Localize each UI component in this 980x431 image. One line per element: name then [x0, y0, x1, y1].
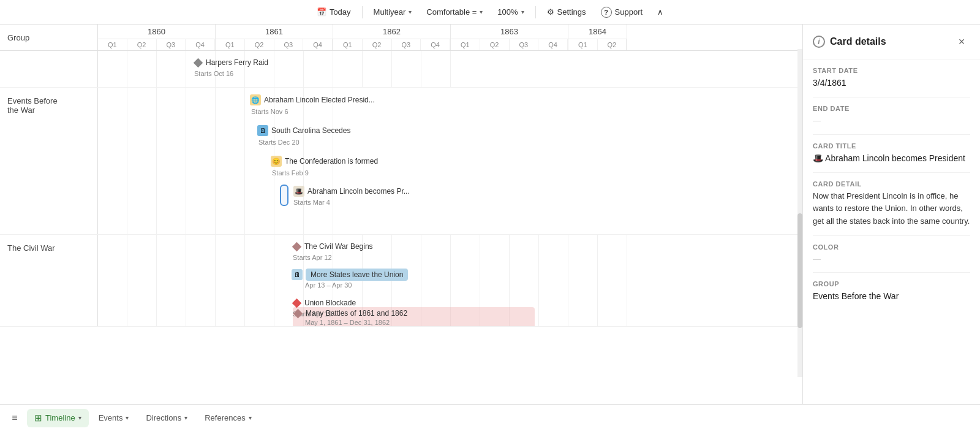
- chevron-up-icon: ∧: [657, 7, 663, 17]
- q1: Q1: [216, 39, 245, 50]
- gc: [539, 235, 568, 326]
- color-value: —: [813, 253, 970, 265]
- many-battles-event[interactable]: Many Battles of 1861 and 1862 May 1, 186…: [293, 308, 535, 326]
- gc: [127, 88, 157, 234]
- gc: [363, 51, 392, 87]
- sc-bar[interactable]: 🗓 South Carolina Secedes: [257, 123, 354, 138]
- more-states-bar[interactable]: More States leave the Union: [306, 269, 408, 281]
- years-header: 1860 Q1 Q2 Q3 Q4 1861 Q1 Q2: [98, 25, 802, 50]
- gc: [127, 51, 157, 87]
- timeline-header: Group 1860 Q1 Q2 Q3 Q4: [0, 25, 802, 51]
- lincoln-president-title: Abraham Lincoln becomes Pr...: [307, 187, 410, 196]
- year-1863-label: 1863: [451, 25, 568, 39]
- main-content: Group 1860 Q1 Q2 Q3 Q4: [0, 25, 980, 404]
- tab-directions[interactable]: Directions ▾: [138, 410, 195, 426]
- confederation-event[interactable]: 😊 The Confederation is formed Starts Feb…: [271, 154, 382, 177]
- card-details-header: i Card details ×: [803, 25, 980, 59]
- harpers-row: Harpers Ferry Raid Starts Oct 16: [0, 51, 802, 88]
- v-scrollbar-thumb[interactable]: [797, 213, 802, 328]
- sc-secedes-event[interactable]: 🗓 South Carolina Secedes Starts Dec 20: [257, 123, 354, 146]
- tab-events[interactable]: Events ▾: [91, 410, 137, 426]
- year-1862-label: 1862: [333, 25, 450, 39]
- zoom-button[interactable]: 100% ▾: [491, 5, 530, 19]
- q2: Q2: [598, 39, 627, 50]
- events-cells: 🌐 Abraham Lincoln Elected Presid... Star…: [98, 88, 802, 234]
- more-states-event[interactable]: 🗓 More States leave the Union Apr 13 – A…: [292, 269, 408, 289]
- card-detail-label: CARD DETAIL: [813, 180, 970, 188]
- lincoln-elected-bar[interactable]: 🌐 Abraham Lincoln Elected Presid...: [250, 93, 379, 107]
- toolbar: 📅 Today Multiyear ▾ Comfortable = ▾ 100%…: [0, 0, 980, 25]
- separator-1: [362, 6, 363, 18]
- 1863-quarters: Q1 Q2 Q3 Q4: [451, 39, 568, 50]
- support-button[interactable]: ? Support: [595, 4, 649, 20]
- 1860-quarters: Q1 Q2 Q3 Q4: [98, 39, 215, 50]
- multiyear-button[interactable]: Multiyear ▾: [368, 5, 418, 19]
- zoom-label: 100%: [497, 7, 518, 17]
- gc: [157, 51, 186, 87]
- gc: [392, 51, 421, 87]
- lincoln-president-event[interactable]: 🎩 Abraham Lincoln becomes Pr... Starts M…: [280, 185, 412, 206]
- calendar-icon: 📅: [317, 7, 326, 17]
- year-1864-label: 1864: [568, 25, 627, 39]
- gc: [568, 235, 598, 326]
- directions-chevron: ▾: [184, 414, 187, 421]
- gc: [157, 88, 186, 234]
- q1: Q1: [568, 39, 598, 50]
- civil-war-begins-event[interactable]: The Civil War Begins Starts Apr 12: [292, 240, 377, 261]
- lincoln-president-bar[interactable]: 🎩 Abraham Lincoln becomes Pr...: [291, 185, 412, 198]
- confederation-bar[interactable]: 😊 The Confederation is formed: [271, 154, 382, 169]
- harpers-group-label: [0, 51, 98, 87]
- settings-button[interactable]: ⚙ Settings: [541, 5, 592, 19]
- timeline-area: Group 1860 Q1 Q2 Q3 Q4: [0, 25, 802, 404]
- gear-icon: ⚙: [547, 7, 554, 17]
- civil-war-bar[interactable]: The Civil War Begins: [292, 240, 377, 253]
- close-card-button[interactable]: ×: [953, 33, 970, 50]
- card-title-value: 🎩 Abraham Lincoln becomes President: [813, 152, 970, 165]
- gc: [333, 51, 363, 87]
- comfortable-button[interactable]: Comfortable = ▾: [420, 5, 489, 19]
- zoom-chevron: ▾: [521, 9, 524, 15]
- q4: Q4: [538, 39, 568, 50]
- card-details-title-row: i Card details: [813, 36, 886, 48]
- tab-timeline[interactable]: ⊞ Timeline ▾: [27, 409, 89, 427]
- gc: [274, 51, 304, 87]
- civil-war-group-label: The Civil War: [0, 235, 98, 326]
- q3: Q3: [392, 39, 421, 50]
- multiyear-label: Multiyear: [374, 7, 406, 17]
- timeline-tab-icon: ⊞: [34, 413, 42, 424]
- civil-war-cells: The Civil War Begins Starts Apr 12 🗓 Mor…: [98, 235, 802, 326]
- gc: [598, 235, 627, 326]
- end-date-value: —: [813, 115, 970, 127]
- today-label: Today: [330, 7, 351, 17]
- q2: Q2: [480, 39, 510, 50]
- blockade-bar[interactable]: Union Blockade: [292, 296, 360, 310]
- year-1860-block: 1860 Q1 Q2 Q3 Q4: [98, 25, 216, 50]
- v-scrollbar[interactable]: [797, 49, 802, 377]
- tab-menu-button[interactable]: ≡: [5, 408, 24, 428]
- harpers-date: Starts Oct 16: [193, 70, 272, 77]
- 1862-quarters: Q1 Q2 Q3 Q4: [333, 39, 450, 50]
- card-details-title: Card details: [830, 36, 886, 47]
- collapse-button[interactable]: ∧: [651, 5, 669, 19]
- q1: Q1: [451, 39, 480, 50]
- q4: Q4: [186, 39, 215, 50]
- events-tab-label: Events: [99, 413, 123, 422]
- more-states-date: Apr 13 – Apr 30: [292, 281, 408, 289]
- gc: [127, 235, 157, 326]
- group-column-header: Group: [0, 25, 98, 50]
- q4: Q4: [303, 39, 333, 50]
- lincoln-elected-event[interactable]: 🌐 Abraham Lincoln Elected Presid... Star…: [250, 93, 379, 115]
- year-1864-block: 1864 Q1 Q2: [568, 25, 627, 50]
- tab-references[interactable]: References ▾: [197, 410, 258, 426]
- blockade-title: Union Blockade: [304, 299, 356, 307]
- harpers-bar[interactable]: Harpers Ferry Raid: [193, 56, 272, 69]
- color-label: COLOR: [813, 243, 970, 251]
- year-1863-block: 1863 Q1 Q2 Q3 Q4: [451, 25, 568, 50]
- q2: Q2: [127, 39, 157, 50]
- gc: [216, 88, 245, 234]
- harpers-ferry-event[interactable]: Harpers Ferry Raid Starts Oct 16: [193, 56, 272, 77]
- today-button[interactable]: 📅 Today: [311, 5, 357, 19]
- multiyear-chevron: ▾: [409, 9, 412, 15]
- timeline-tab-label: Timeline: [45, 413, 75, 422]
- confederation-title: The Confederation is formed: [285, 157, 378, 166]
